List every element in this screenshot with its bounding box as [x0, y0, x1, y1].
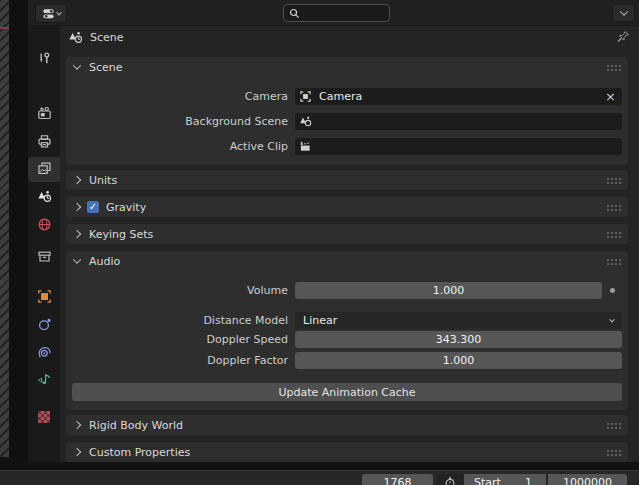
chevron-right-icon: [73, 448, 81, 456]
panel-rigid-body-world-header[interactable]: Rigid Body World: [66, 415, 628, 435]
panel-scene: Scene Camera Camera × Background Scene: [66, 57, 628, 165]
panel-custom-properties: Custom Properties: [66, 442, 628, 462]
neighbor-editor-marker: [0, 27, 9, 29]
panel-grip-handle[interactable]: [606, 177, 621, 184]
panel-keying-sets: Keying Sets: [66, 224, 628, 244]
panel-grip-handle[interactable]: [606, 204, 621, 211]
chevron-down-icon: [73, 61, 81, 69]
doppler-factor-value: 1.000: [443, 354, 475, 367]
header-options-button[interactable]: [612, 4, 635, 22]
frame-end-field[interactable]: 1000000: [548, 474, 627, 485]
panel-title: Rigid Body World: [89, 419, 183, 432]
panel-keying-sets-header[interactable]: Keying Sets: [66, 224, 628, 244]
camera-field[interactable]: Camera ×: [295, 88, 622, 105]
panel-scene-header[interactable]: Scene: [66, 57, 628, 77]
background-scene-row: Background Scene: [66, 113, 622, 130]
chevron-right-icon: [73, 176, 81, 184]
sound-data-icon: [37, 372, 52, 387]
tab-collection[interactable]: [28, 243, 60, 269]
tab-tool[interactable]: [28, 45, 60, 71]
chevron-down-icon: [56, 9, 62, 15]
search-icon: [289, 8, 300, 19]
frame-start-field[interactable]: Start 1: [464, 474, 546, 485]
output-icon: [37, 134, 52, 149]
scene-icon: [37, 189, 52, 204]
tab-output[interactable]: [28, 128, 60, 154]
editor-type-button[interactable]: [35, 4, 67, 23]
doppler-speed-value: 343.300: [436, 333, 482, 346]
chevron-right-icon: [73, 230, 81, 238]
render-icon: [37, 106, 52, 121]
doppler-speed-field[interactable]: 343.300: [295, 331, 622, 348]
tab-texture[interactable]: [28, 404, 60, 430]
animate-decorator-dot[interactable]: [610, 288, 615, 293]
panel-units-header[interactable]: Units: [66, 170, 628, 190]
chevron-down-icon: [73, 255, 81, 263]
doppler-speed-label: Doppler Speed: [66, 333, 295, 346]
panel-title: Audio: [89, 255, 120, 268]
panel-title: Scene: [89, 61, 123, 74]
tab-physics[interactable]: [28, 311, 60, 337]
distance-model-label: Distance Model: [66, 314, 295, 327]
tab-sound-data[interactable]: [28, 366, 60, 392]
preview-range-toggle[interactable]: [437, 474, 463, 485]
volume-row: Volume 1.000: [66, 282, 622, 299]
background-scene-label: Background Scene: [66, 115, 295, 128]
tab-object[interactable]: [28, 283, 60, 309]
panel-grip-handle[interactable]: [606, 64, 621, 71]
tab-view-layer[interactable]: [28, 155, 60, 181]
background-scene-field[interactable]: [295, 113, 622, 130]
panel-custom-properties-header[interactable]: Custom Properties: [66, 442, 628, 462]
search-field[interactable]: [283, 4, 390, 22]
properties-tab-strip: [28, 26, 60, 462]
panel-grip-handle[interactable]: [606, 449, 621, 456]
panel-gravity: ✓ Gravity: [66, 197, 628, 217]
scene-icon: [295, 115, 312, 128]
current-frame-field[interactable]: 1768: [362, 474, 433, 485]
panel-audio-header[interactable]: Audio: [66, 251, 628, 271]
panel-title: Keying Sets: [89, 228, 153, 241]
collection-icon: [37, 249, 52, 264]
neighbor-editor-edge: [0, 0, 9, 457]
clear-camera-button[interactable]: ×: [599, 90, 622, 103]
panel-grip-handle[interactable]: [606, 422, 621, 429]
pin-button[interactable]: [613, 28, 633, 46]
tool-icon: [37, 51, 51, 66]
scene-icon: [68, 30, 83, 45]
active-clip-field[interactable]: [295, 138, 622, 155]
stopwatch-icon: [444, 476, 456, 485]
tab-render[interactable]: [28, 100, 60, 126]
constraints-icon: [37, 345, 52, 360]
view-layer-icon: [37, 161, 52, 176]
distance-model-dropdown[interactable]: Linear: [295, 312, 622, 329]
doppler-speed-row: Doppler Speed 343.300: [66, 331, 622, 348]
update-animation-cache-button[interactable]: Update Animation Cache: [72, 383, 622, 401]
properties-header: [28, 0, 639, 26]
distance-model-row: Distance Model Linear: [66, 312, 622, 329]
breadcrumb[interactable]: Scene: [68, 28, 124, 46]
search-input[interactable]: [304, 7, 384, 20]
panel-grip-handle[interactable]: [606, 231, 621, 238]
editor-separator[interactable]: [0, 462, 639, 470]
editor-gap: [9, 0, 28, 462]
panel-title: Units: [89, 174, 117, 187]
physics-icon: [37, 317, 52, 332]
active-clip-row: Active Clip: [66, 138, 622, 155]
breadcrumb-label: Scene: [90, 31, 124, 44]
panel-grip-handle[interactable]: [606, 258, 621, 265]
panel-rigid-body-world: Rigid Body World: [66, 415, 628, 435]
world-icon: [37, 217, 52, 232]
tab-world[interactable]: [28, 211, 60, 237]
chevron-down-icon: [619, 7, 627, 15]
tab-scene[interactable]: [28, 183, 60, 209]
tab-constraints[interactable]: [28, 339, 60, 365]
gravity-checkbox[interactable]: ✓: [87, 201, 99, 213]
doppler-factor-row: Doppler Factor 1.000: [66, 352, 622, 369]
panel-units: Units: [66, 170, 628, 190]
camera-row: Camera Camera ×: [66, 88, 622, 105]
object-data-icon: [295, 90, 312, 103]
volume-slider[interactable]: 1.000: [295, 282, 602, 299]
panel-gravity-header[interactable]: ✓ Gravity: [66, 197, 628, 217]
timeline-header-bar: 1768 Start 1 1000000: [0, 470, 639, 485]
doppler-factor-field[interactable]: 1.000: [295, 352, 622, 369]
